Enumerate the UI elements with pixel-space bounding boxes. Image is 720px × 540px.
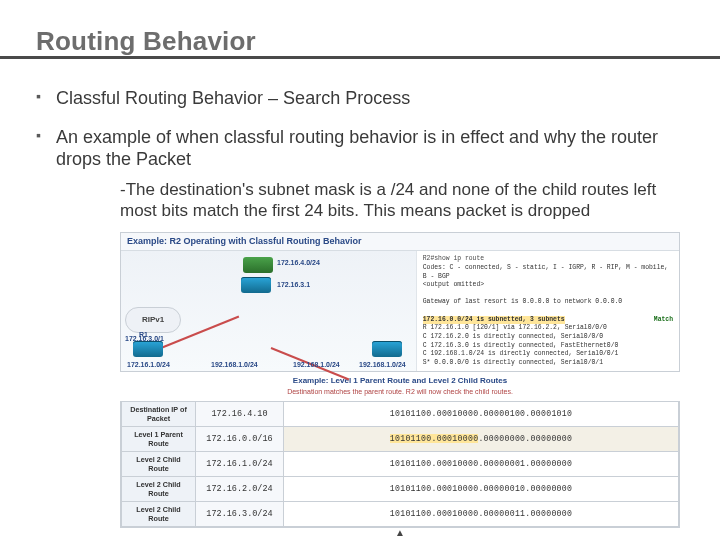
table-row: Level 2 Child Route 172.16.3.0/24 101011… (122, 502, 679, 527)
bits-a4: 172.16.3.0/24 (196, 502, 284, 527)
bits-h3: Level 2 Child Route (122, 477, 196, 502)
router-r3-icon (372, 341, 402, 357)
tty-codes2: <output omitted> (423, 281, 673, 290)
tty-header: R2#show ip route (423, 255, 673, 264)
bullet-1: Classful Routing Behavior – Search Proce… (34, 87, 686, 110)
sub-bullet: -The destination's subnet mask is a /24 … (120, 179, 680, 223)
bits-b3: 10101100.00010000.00000010.00000000 (284, 477, 679, 502)
bits-h2: Level 2 Child Route (122, 452, 196, 477)
tty-r3: C 172.16.3.0 is directly connected, Fast… (423, 342, 673, 351)
figure-top-caption: Example: R2 Operating with Classful Rout… (121, 233, 679, 251)
label-r2-ip: 172.16.3.1 (277, 281, 310, 290)
slide-title: Routing Behavior (36, 26, 686, 57)
switch-icon (243, 257, 273, 273)
router-r1-icon (133, 341, 163, 357)
tty-r4: C 192.168.1.0/24 is directly connected, … (423, 350, 673, 359)
figure-wrapper: Example: R2 Operating with Classful Rout… (120, 232, 680, 540)
bits-b1: 10101100.00010000.00000000.00000000 (284, 427, 679, 452)
label-sw-net: 172.16.4.0/24 (277, 259, 320, 268)
figure-mid-caption: Example: Level 1 Parent Route and Level … (120, 376, 680, 386)
bits-a0: 172.16.4.10 (196, 402, 284, 427)
rip-cloud: RIPv1 (125, 307, 181, 333)
tty-r1: R 172.16.1.0 [120/1] via 172.16.2.2, Ser… (423, 324, 673, 333)
bullet-2-text: An example of when classful routing beha… (56, 127, 658, 170)
label-mid-right: 192.168.1.0/24 (293, 361, 340, 370)
table-row: Destination IP of Packet 172.16.4.10 101… (122, 402, 679, 427)
bullet-2: An example of when classful routing beha… (34, 126, 686, 541)
bullet-list: Classful Routing Behavior – Search Proce… (34, 87, 686, 540)
label-r1-net: 172.16.1.0/24 (127, 361, 170, 370)
table-row: Level 2 Child Route 172.16.2.0/24 101011… (122, 477, 679, 502)
bits-b0: 10101100.00010000.00000100.00001010 (284, 402, 679, 427)
title-rule (0, 56, 720, 59)
tty-match-tag: Match (654, 316, 673, 325)
label-r1: R1 (139, 331, 148, 340)
bits-a1: 172.16.0.0/16 (196, 427, 284, 452)
arrow-up-icon: ▲ (120, 528, 680, 538)
bits-a2: 172.16.1.0/24 (196, 452, 284, 477)
label-mid-left: 192.168.1.0/24 (211, 361, 258, 370)
bits-a3: 172.16.2.0/24 (196, 477, 284, 502)
bits-table: Destination IP of Packet 172.16.4.10 101… (121, 401, 679, 527)
bits-h0: Destination IP of Packet (122, 402, 196, 427)
topology-diagram: 172.16.4.0/24 172.16.3.1 RIPv1 172.16.3.… (121, 251, 417, 371)
table-row: Level 1 Parent Route 172.16.0.0/16 10101… (122, 427, 679, 452)
tty-r2: C 172.16.2.0 is directly connected, Seri… (423, 333, 673, 342)
bits-h4: Level 2 Child Route (122, 502, 196, 527)
figure-bits: Destination IP of Packet 172.16.4.10 101… (120, 401, 680, 528)
tty-parent: 172.16.0.0/24 is subnetted, 3 subnets (423, 316, 565, 325)
table-row: Level 2 Child Route 172.16.1.0/24 101011… (122, 452, 679, 477)
routing-table-output: R2#show ip route Codes: C - connected, S… (417, 251, 679, 371)
label-r3-net: 192.168.1.0/24 (359, 361, 406, 370)
figure-mid-hint: Destination matches the parent route. R2… (120, 388, 680, 397)
bits-b2: 10101100.00010000.00000001.00000000 (284, 452, 679, 477)
bits-h1: Level 1 Parent Route (122, 427, 196, 452)
router-r2-icon (241, 277, 271, 293)
tty-codes1: Codes: C - connected, S - static, I - IG… (423, 264, 673, 281)
tty-gw: Gateway of last resort is 0.0.0.0 to net… (423, 298, 673, 307)
tty-r5: S* 0.0.0.0/0 is directly connected, Seri… (423, 359, 673, 368)
figure-top: Example: R2 Operating with Classful Rout… (120, 232, 680, 372)
bits-b4: 10101100.00010000.00000011.00000000 (284, 502, 679, 527)
